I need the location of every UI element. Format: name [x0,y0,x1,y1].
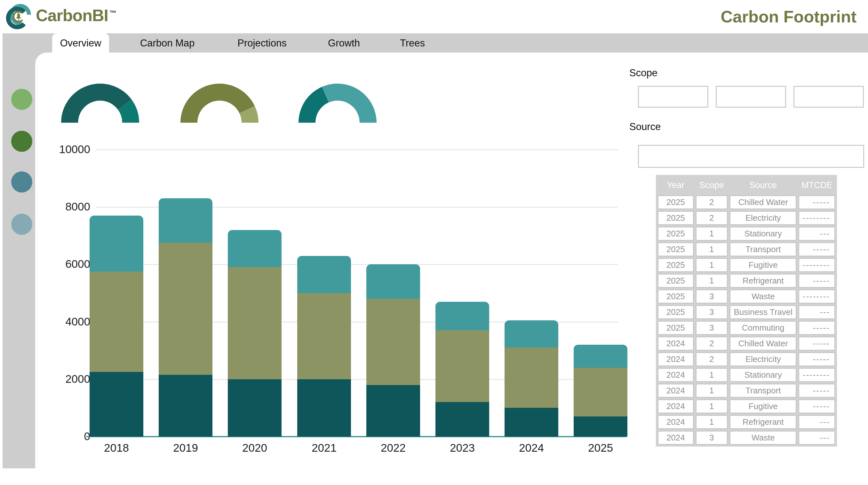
cell-source: Transport [730,384,796,398]
cell-source: Chilled Water [730,337,796,350]
table-row-11: 20242Electricity----- [658,352,835,366]
tab-overview[interactable]: Overview [52,33,109,54]
cell-year: 2024 [658,337,694,350]
bar-segment-2024-scope-2 [504,348,558,408]
column-header-year: Year [658,177,694,194]
cell-mtcde: ----- [799,321,835,335]
cell-year: 2025 [658,242,694,256]
x-axis-label-2018: 2018 [81,441,152,454]
table-row-3: 20251Stationary--- [658,227,835,240]
cell-scope: 1 [696,415,728,429]
table-row-7: 20253Waste-------- [658,290,835,303]
cell-mtcde: ----- [799,242,835,256]
cell-source: Stationary [730,368,796,382]
bar-segment-2025-scope-3 [574,345,627,368]
cell-source: Refrigerant [730,415,796,429]
cell-year: 2024 [658,415,694,429]
cell-scope: 2 [696,352,728,366]
cell-source: Stationary [730,227,796,240]
source-filter-input[interactable] [638,145,864,168]
cell-year: 2025 [658,321,694,335]
table-row-9: 20253Commuting----- [658,321,835,335]
cell-source: Waste [730,431,796,445]
y-axis-label: 6000 [39,258,90,270]
cell-year: 2024 [658,399,694,413]
cell-year: 2024 [658,384,694,398]
cell-scope: 1 [696,274,728,288]
bar-segment-2025-scope-1 [574,417,627,437]
carbonbi-dashboard: CarbonBI™ Carbon Footprint 0200040006000… [0,0,868,485]
table-row-13: 20241Transport----- [658,384,835,398]
cell-source: Commuting [730,321,796,335]
x-axis-label-2023: 2023 [427,441,497,454]
cell-year: 2024 [658,431,694,445]
bar-segment-2023-scope-1 [435,402,489,437]
tab-growth[interactable]: Growth [328,33,360,53]
cell-scope: 1 [696,384,728,398]
cell-mtcde: -------- [799,290,835,303]
y-axis-label: 2000 [39,373,90,386]
cell-mtcde: ----- [799,384,835,398]
table-body: 20252Chilled Water-----20252Electricity-… [658,195,835,445]
bar-segment-2022-scope-2 [366,299,420,385]
x-axis-label-2020: 2020 [219,441,290,454]
scope-filter-input-1[interactable] [638,86,708,108]
cell-scope: 2 [696,211,728,225]
cell-scope: 3 [696,305,728,319]
tab-trees[interactable]: Trees [400,33,425,53]
table-row-16: 20243Waste--- [658,431,835,445]
cell-mtcde: ----- [799,352,835,366]
x-axis-label-2019: 2019 [150,441,221,454]
cell-mtcde: -------- [799,258,835,272]
cell-source: Business Travel [730,305,796,319]
cell-scope: 3 [696,321,728,335]
cell-source: Fugitive [730,399,796,413]
cell-year: 2025 [658,305,694,319]
column-header-source: Source [730,177,796,194]
cell-year: 2024 [658,352,694,366]
table-row-8: 20253Business Travel--- [658,305,835,319]
bar-segment-2023-scope-3 [435,302,489,331]
column-header-scope: Scope [696,177,728,194]
cell-year: 2025 [658,211,694,225]
cell-mtcde: --- [799,415,835,429]
cell-mtcde: --- [799,305,835,319]
scope-filter-input-3[interactable] [794,86,864,108]
y-axis-label: 8000 [39,200,90,213]
bar-segment-2023-scope-2 [435,330,489,402]
cell-source: Fugitive [730,258,796,272]
bar-segment-2019-scope-3 [159,198,212,243]
table-row-10: 20242Chilled Water----- [658,337,835,350]
source-filter-label: Source [629,121,661,133]
table-row-14: 20241Fugitive----- [658,399,835,413]
cell-mtcde: ----- [799,337,835,350]
cell-scope: 1 [696,258,728,272]
bar-segment-2022-scope-3 [366,264,420,299]
table-row-12: 20241Stationary-------- [658,368,835,382]
cell-mtcde: --- [799,227,835,240]
cell-mtcde: ----- [799,195,835,209]
bar-segment-2019-scope-1 [159,375,212,437]
cell-mtcde: -------- [799,211,835,225]
bar-segment-2022-scope-1 [366,385,420,437]
table-row-2: 20252Electricity-------- [658,211,835,225]
cell-scope: 3 [696,290,728,303]
cell-year: 2025 [658,258,694,272]
bar-segment-2021-scope-3 [297,256,351,293]
column-header-mtcde: MTCDE [799,177,835,194]
x-axis-label-2024: 2024 [496,441,567,454]
cell-source: Waste [730,290,796,303]
y-axis-label: 4000 [39,315,90,328]
cell-year: 2025 [658,274,694,288]
cell-source: Transport [730,242,796,256]
scope-filter-input-2[interactable] [716,86,786,108]
bar-segment-2020-scope-2 [228,267,282,379]
cell-mtcde: ----- [799,274,835,288]
bar-segment-2018-scope-3 [90,216,143,272]
bar-segment-2024-scope-3 [504,320,558,348]
tab-projections[interactable]: Projections [238,33,286,53]
cell-source: Chilled Water [730,195,796,209]
bar-segment-2024-scope-1 [504,408,558,437]
cell-year: 2025 [658,195,694,209]
tab-carbon-map[interactable]: Carbon Map [140,33,195,53]
